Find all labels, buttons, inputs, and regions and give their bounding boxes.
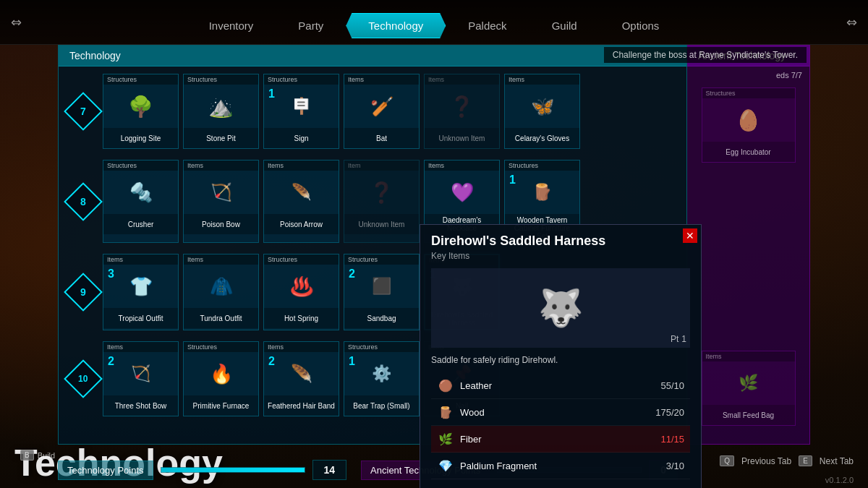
item-poison-bow[interactable]: Items 🏹 Poison Bow bbox=[183, 160, 259, 243]
item-type: Structures bbox=[344, 342, 419, 352]
close-button[interactable]: ✕ bbox=[683, 228, 697, 243]
item-three-shot-bow[interactable]: Items 2 🏹 Three Shot Bow bbox=[103, 341, 179, 416]
item-image: 1 ⚙️ bbox=[344, 352, 419, 395]
item-tropical-outfit[interactable]: Items 3 👕 Tropical Outfit bbox=[103, 254, 179, 330]
ingredient-name: Wood bbox=[460, 407, 650, 418]
item-celaray-gloves[interactable]: Items 🦋 Celaray's Gloves bbox=[504, 74, 580, 149]
build-hint: B Build bbox=[20, 450, 55, 461]
item-logging-site[interactable]: Structures 🌳 Logging Site bbox=[103, 74, 179, 149]
item-type: Structures bbox=[264, 74, 339, 85]
item-name: Primitive Furnace bbox=[184, 395, 258, 416]
tab-paldeck[interactable]: Paldeck bbox=[446, 13, 529, 38]
level-badge-9: 9 bbox=[64, 273, 103, 312]
item-type: Structures bbox=[103, 160, 178, 171]
detail-popup: ✕ Direhowl's Saddled Harness Key Items 🐺… bbox=[420, 224, 702, 488]
paldium-icon: 💎 bbox=[437, 457, 454, 474]
tech-row-7: 7 Structures 🌳 Logging Site Structures ⛰… bbox=[69, 74, 676, 149]
item-hot-spring[interactable]: Structures ♨️ Hot Spring bbox=[263, 254, 339, 330]
item-name: Logging Site bbox=[103, 128, 178, 148]
item-image: 💜 bbox=[425, 171, 499, 214]
item-image: 🦋 bbox=[505, 85, 579, 128]
item-name: Stone Pit bbox=[184, 128, 258, 148]
tab-guild[interactable]: Guild bbox=[529, 13, 600, 38]
alert-bar: Challenge the boss at Rayne Syndicate's … bbox=[604, 47, 807, 63]
item-image: 🪶 bbox=[264, 171, 339, 214]
item-type: Structures bbox=[344, 254, 419, 265]
item-crusher[interactable]: Structures 🔩 Crusher bbox=[103, 160, 179, 243]
item-name: Hot Spring bbox=[264, 308, 339, 328]
detail-subtitle: Key Items bbox=[431, 251, 690, 261]
ancient-technology-panel: Ancient Technology eds 7/7 Structures 🥚 … bbox=[687, 45, 810, 445]
item-image: ❓ bbox=[425, 85, 499, 128]
item-image: 2 ⬛ bbox=[344, 265, 419, 308]
item-feathered-hair-band[interactable]: Items 2 🪶 Feathered Hair Band bbox=[263, 341, 339, 416]
item-image: 🔩 bbox=[103, 171, 178, 214]
item-poison-arrow[interactable]: Items 🪶 Poison Arrow bbox=[263, 160, 339, 243]
tech-points-label: Technology Points bbox=[58, 461, 153, 480]
item-type: Items bbox=[702, 351, 795, 361]
prev-tab-label: Previous Tab bbox=[741, 456, 791, 466]
item-egg-incubator[interactable]: Structures 🥚 Egg Incubator bbox=[702, 87, 796, 163]
detail-description: Saddle for safely riding Direhowl. bbox=[431, 355, 690, 365]
item-unknown-2[interactable]: Item ❓ Unknown Item bbox=[344, 160, 420, 243]
item-image: 1 🪧 bbox=[264, 85, 339, 128]
ingredient-count: 11/15 bbox=[660, 434, 684, 445]
tab-technology[interactable]: Technology bbox=[346, 13, 446, 38]
item-type: Items bbox=[103, 254, 178, 265]
tab-party[interactable]: Party bbox=[276, 13, 346, 38]
item-type: Structures bbox=[505, 160, 579, 171]
pt-value: 1 bbox=[681, 334, 686, 344]
nav-arrows-left[interactable]: ⇔ bbox=[0, 14, 33, 30]
level-badge-7: 7 bbox=[64, 92, 103, 131]
item-image: 2 🪶 bbox=[264, 352, 339, 395]
item-image: 🏹 bbox=[184, 171, 258, 214]
item-name: Sandbag bbox=[344, 308, 419, 328]
ingredient-count: 175/20 bbox=[655, 407, 684, 418]
item-type: Structures bbox=[184, 74, 258, 85]
item-primitive-furnace[interactable]: Structures 🔥 Primitive Furnace bbox=[183, 341, 259, 416]
item-type: Structures bbox=[184, 342, 258, 352]
fiber-icon: 🌿 bbox=[437, 430, 454, 448]
item-type: Items bbox=[425, 160, 499, 171]
item-name: Crusher bbox=[103, 214, 178, 234]
ancient-seeds: eds 7/7 bbox=[687, 67, 809, 84]
tech-points-progress bbox=[161, 467, 305, 473]
build-key: B bbox=[20, 450, 34, 461]
item-type: Items bbox=[184, 160, 258, 171]
item-name: Celaray's Gloves bbox=[505, 128, 579, 148]
next-tab-key: E bbox=[799, 455, 812, 466]
item-small-feed-bag[interactable]: Items 🌿 Small Feed Bag bbox=[702, 351, 796, 426]
tab-inventory[interactable]: Inventory bbox=[187, 13, 276, 38]
ingredient-leather: 🟤 Leather 55/10 bbox=[431, 372, 690, 399]
prev-tab-key: Q bbox=[720, 455, 734, 466]
item-name: Poison Arrow bbox=[264, 214, 339, 234]
ingredient-fiber: 🌿 Fiber 11/15 bbox=[431, 426, 690, 453]
detail-title: Direhowl's Saddled Harness bbox=[431, 234, 690, 249]
pt-label: Pt bbox=[671, 334, 678, 344]
level-badge-10: 10 bbox=[64, 359, 103, 398]
tab-options[interactable]: Options bbox=[600, 13, 682, 38]
detail-pt: Pt 1 bbox=[671, 334, 686, 344]
item-sandbag[interactable]: Structures 2 ⬛ Sandbag bbox=[344, 254, 420, 330]
item-stone-pit[interactable]: Structures ⛰️ Stone Pit bbox=[183, 74, 259, 149]
item-sign[interactable]: Structures 1 🪧 Sign bbox=[263, 74, 339, 149]
nav-bar: ⇔ Inventory Party Technology Paldeck Gui… bbox=[0, 0, 868, 45]
item-unknown-1[interactable]: Items ❓ Unknown Item bbox=[424, 74, 500, 149]
tech-points-value: 14 bbox=[312, 460, 347, 480]
nav-arrows-right[interactable]: ⇔ bbox=[835, 14, 868, 30]
ingredient-wood: 🪵 Wood 175/20 bbox=[431, 399, 690, 426]
detail-image: 🐺 Pt 1 bbox=[431, 268, 690, 348]
item-image: ♨️ bbox=[264, 265, 339, 308]
leather-icon: 🟤 bbox=[437, 377, 454, 394]
next-tab-label: Next Tab bbox=[820, 456, 854, 466]
item-bear-trap[interactable]: Structures 1 ⚙️ Bear Trap (Small) bbox=[344, 341, 420, 416]
item-image: 🌿 bbox=[702, 361, 795, 405]
item-image: 🔥 bbox=[184, 352, 258, 395]
item-name: Small Feed Bag bbox=[702, 405, 795, 425]
nav-tabs: Inventory Party Technology Paldeck Guild… bbox=[33, 4, 835, 48]
item-bat[interactable]: Items 🏏 Bat bbox=[344, 74, 420, 149]
item-type: Structures bbox=[103, 74, 178, 85]
item-image: 🥚 bbox=[702, 98, 795, 142]
item-tundra-outfit[interactable]: Items 🧥 Tundra Outfit bbox=[183, 254, 259, 330]
item-image: 🧥 bbox=[184, 265, 258, 308]
